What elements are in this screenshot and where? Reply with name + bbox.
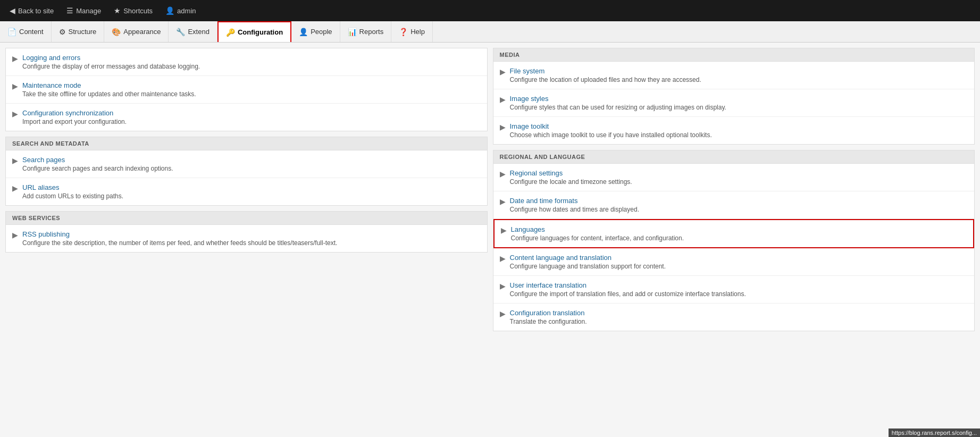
arrow-icon: ▶ bbox=[12, 54, 18, 63]
system-panel: ▶ Logging and errors Configure the displ… bbox=[5, 48, 488, 131]
image-toolkit-desc: Choose which image toolkit to use if you… bbox=[510, 131, 968, 139]
arrow-icon: ▶ bbox=[501, 226, 507, 234]
arrow-icon: ▶ bbox=[500, 68, 506, 76]
arrow-icon: ▶ bbox=[12, 156, 18, 165]
back-to-site-link[interactable]: ◀ Back to site bbox=[4, 4, 59, 17]
people-icon: 👤 bbox=[299, 28, 308, 36]
arrow-icon: ▶ bbox=[12, 231, 18, 239]
shortcuts-label: Shortcuts bbox=[123, 7, 153, 15]
admin-label: admin bbox=[177, 7, 196, 15]
arrow-icon: ▶ bbox=[12, 82, 18, 90]
user-icon: 👤 bbox=[165, 6, 174, 15]
back-to-site-label: Back to site bbox=[18, 7, 54, 15]
list-item: ▶ URL aliases Add custom URLs to existin… bbox=[6, 178, 487, 205]
nav-configuration[interactable]: 🔑 Configuration bbox=[217, 21, 291, 42]
nav-reports[interactable]: 📊 Reports bbox=[340, 21, 392, 42]
extend-icon: 🔧 bbox=[176, 28, 185, 36]
back-icon: ◀ bbox=[10, 6, 15, 15]
regional-settings-desc: Configure the locale and timezone settin… bbox=[510, 178, 968, 186]
structure-icon: ⚙ bbox=[59, 28, 66, 36]
arrow-icon: ▶ bbox=[500, 309, 506, 318]
appearance-icon: 🎨 bbox=[112, 28, 121, 36]
image-toolkit-link[interactable]: Image toolkit bbox=[510, 122, 549, 130]
arrow-icon: ▶ bbox=[12, 110, 18, 118]
arrow-icon: ▶ bbox=[500, 197, 506, 206]
web-services-header: WEB SERVICES bbox=[6, 212, 487, 225]
image-styles-desc: Configure styles that can be used for re… bbox=[510, 104, 968, 111]
file-system-desc: Configure the location of uploaded files… bbox=[510, 76, 968, 83]
logging-errors-desc: Configure the display of error messages … bbox=[22, 63, 481, 70]
content-language-translation-link[interactable]: Content language and translation bbox=[510, 254, 612, 262]
config-sync-desc: Import and export your configuration. bbox=[22, 118, 481, 125]
regional-language-panel: REGIONAL AND LANGUAGE ▶ Regional setting… bbox=[493, 150, 975, 331]
search-pages-desc: Configure search pages and search indexi… bbox=[22, 165, 481, 172]
arrow-icon: ▶ bbox=[12, 184, 18, 192]
star-icon: ★ bbox=[114, 6, 121, 15]
configuration-translation-link[interactable]: Configuration translation bbox=[510, 309, 585, 317]
image-styles-link[interactable]: Image styles bbox=[510, 95, 549, 103]
maintenance-mode-link[interactable]: Maintenance mode bbox=[22, 81, 81, 89]
rss-publishing-desc: Configure the site description, the numb… bbox=[22, 239, 481, 247]
arrow-icon: ▶ bbox=[500, 123, 506, 131]
configuration-translation-desc: Translate the configuration. bbox=[510, 318, 968, 325]
list-item: ▶ Regional settings Configure the locale… bbox=[493, 164, 975, 191]
user-interface-translation-desc: Configure the import of translation file… bbox=[510, 290, 968, 298]
manage-label: Manage bbox=[76, 7, 101, 15]
rss-publishing-link[interactable]: RSS publishing bbox=[22, 230, 70, 238]
left-column: ▶ Logging and errors Configure the displ… bbox=[5, 48, 488, 331]
reports-icon: 📊 bbox=[348, 28, 357, 36]
logging-errors-link[interactable]: Logging and errors bbox=[22, 54, 80, 62]
nav-structure[interactable]: ⚙ Structure bbox=[52, 21, 105, 42]
nav-help[interactable]: ❓ Help bbox=[391, 21, 433, 42]
nav-extend[interactable]: 🔧 Extend bbox=[169, 21, 217, 42]
nav-people[interactable]: 👤 People bbox=[291, 21, 340, 42]
arrow-icon: ▶ bbox=[500, 254, 506, 263]
content-icon: 📄 bbox=[7, 28, 16, 36]
regional-language-header: REGIONAL AND LANGUAGE bbox=[493, 150, 975, 164]
nav-content[interactable]: 📄 Content bbox=[0, 21, 52, 42]
web-services-panel: WEB SERVICES ▶ RSS publishing Configure … bbox=[5, 211, 488, 253]
content-language-translation-desc: Configure language and translation suppo… bbox=[510, 263, 968, 270]
date-time-formats-link[interactable]: Date and time formats bbox=[510, 197, 578, 205]
search-metadata-header: SEARCH AND METADATA bbox=[6, 137, 487, 150]
right-column: MEDIA ▶ File system Configure the locati… bbox=[493, 48, 975, 331]
admin-bar: ◀ Back to site ☰ Manage ★ Shortcuts 👤 ad… bbox=[0, 0, 980, 21]
list-item: ▶ User interface translation Configure t… bbox=[493, 276, 975, 304]
help-icon: ❓ bbox=[399, 28, 408, 36]
arrow-icon: ▶ bbox=[500, 282, 506, 290]
list-item: ▶ Date and time formats Configure how da… bbox=[493, 191, 975, 219]
list-item: ▶ Search pages Configure search pages an… bbox=[6, 150, 487, 178]
admin-user-link[interactable]: 👤 admin bbox=[160, 4, 201, 17]
arrow-icon: ▶ bbox=[500, 95, 506, 104]
file-system-link[interactable]: File system bbox=[510, 67, 545, 75]
user-interface-translation-link[interactable]: User interface translation bbox=[510, 281, 587, 289]
media-header: MEDIA bbox=[493, 48, 975, 62]
url-aliases-desc: Add custom URLs to existing paths. bbox=[22, 192, 481, 200]
list-item: ▶ Configuration translation Translate th… bbox=[493, 304, 975, 331]
navigation-bar: 📄 Content ⚙ Structure 🎨 Appearance 🔧 Ext… bbox=[0, 21, 980, 43]
search-metadata-panel: SEARCH AND METADATA ▶ Search pages Confi… bbox=[5, 137, 488, 206]
languages-link[interactable]: Languages bbox=[511, 225, 545, 233]
list-item: ▶ Maintenance mode Take the site offline… bbox=[6, 76, 487, 104]
list-item: ▶ Logging and errors Configure the displ… bbox=[6, 48, 487, 76]
shortcuts-link[interactable]: ★ Shortcuts bbox=[108, 4, 158, 17]
languages-item: ▶ Languages Configure languages for cont… bbox=[493, 219, 975, 248]
list-item: ▶ Image toolkit Choose which image toolk… bbox=[493, 117, 975, 144]
search-pages-link[interactable]: Search pages bbox=[22, 156, 65, 164]
main-content: ▶ Logging and errors Configure the displ… bbox=[0, 43, 980, 337]
regional-settings-link[interactable]: Regional settings bbox=[510, 169, 563, 177]
maintenance-mode-desc: Take the site offline for updates and ot… bbox=[22, 90, 481, 98]
manage-link[interactable]: ☰ Manage bbox=[61, 4, 106, 17]
config-sync-link[interactable]: Configuration synchronization bbox=[22, 109, 113, 117]
list-item: ▶ Image styles Configure styles that can… bbox=[493, 89, 975, 117]
date-time-formats-desc: Configure how dates and times are displa… bbox=[510, 206, 968, 213]
list-item: ▶ File system Configure the location of … bbox=[493, 62, 975, 89]
list-item: ▶ Configuration synchronization Import a… bbox=[6, 104, 487, 131]
configuration-icon: 🔑 bbox=[226, 28, 235, 37]
languages-desc: Configure languages for content, interfa… bbox=[511, 234, 967, 242]
url-aliases-link[interactable]: URL aliases bbox=[22, 183, 60, 191]
nav-appearance[interactable]: 🎨 Appearance bbox=[104, 21, 169, 42]
manage-icon: ☰ bbox=[66, 6, 73, 15]
list-item: ▶ RSS publishing Configure the site desc… bbox=[6, 225, 487, 252]
list-item: ▶ Content language and translation Confi… bbox=[493, 248, 975, 276]
